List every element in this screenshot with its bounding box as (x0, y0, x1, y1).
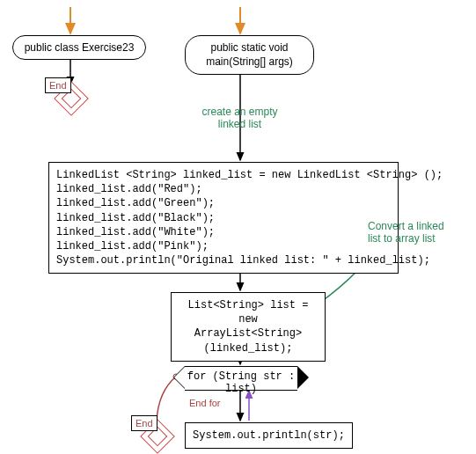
print-statement-text: System.out.println(str); (193, 429, 345, 442)
end-label-1: End (45, 77, 71, 93)
end-label-1-text: End (49, 80, 67, 91)
for-loop-text: for (String str : list) (187, 370, 295, 395)
end-for-text: End for (189, 398, 220, 408)
annotation-create-list-text: create an empty linked list (201, 106, 277, 130)
class-declaration-node: public class Exercise23 (12, 35, 146, 60)
main-method-text: public static void main(String[] args) (206, 41, 293, 68)
end-for-label: End for (189, 398, 220, 408)
main-method-node: public static void main(String[] args) (185, 35, 314, 75)
code-block-init: LinkedList <String> linked_list = new Li… (48, 162, 399, 274)
end-label-2-text: End (135, 418, 153, 428)
annotation-convert-text: Convert a linked list to array list (368, 220, 444, 245)
annotation-create-list: create an empty linked list (176, 106, 304, 130)
print-statement-node: System.out.println(str); (185, 422, 353, 449)
code-block-convert-text: List<String> list = new ArrayList<String… (179, 298, 318, 355)
end-label-2: End (131, 415, 157, 431)
class-declaration-text: public class Exercise23 (25, 41, 135, 54)
code-block-convert: List<String> list = new ArrayList<String… (171, 292, 326, 362)
code-block-init-text: LinkedList <String> linked_list = new Li… (56, 168, 391, 267)
for-loop-node: for (String str : list) (185, 366, 297, 391)
annotation-convert: Convert a linked list to array list (368, 220, 469, 245)
